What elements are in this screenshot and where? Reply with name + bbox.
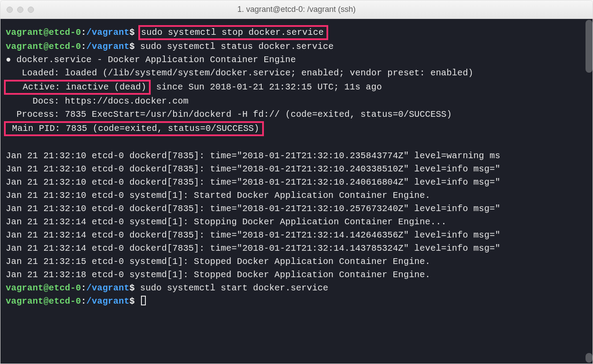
prompt-user-host: vagrant@etcd-0 bbox=[6, 27, 81, 37]
highlight-active: Active: inactive (dead) bbox=[4, 80, 151, 95]
prompt-sep: : bbox=[81, 283, 86, 293]
scrollbar[interactable] bbox=[586, 20, 593, 73]
log-line: Jan 21 21:32:14 etcd-0 systemd[1]: Stopp… bbox=[6, 217, 447, 227]
log-line: Jan 21 21:32:10 etcd-0 systemd[1]: Start… bbox=[6, 190, 430, 201]
log-line: Jan 21 21:32:14 etcd-0 dockerd[7835]: ti… bbox=[6, 243, 500, 253]
prompt-path: /vagrant bbox=[86, 41, 130, 52]
terminal-body[interactable]: vagrant@etcd-0:/vagrant$ sudo systemctl … bbox=[0, 19, 593, 364]
prompt-user-host: vagrant@etcd-0 bbox=[6, 296, 81, 306]
log-line: Jan 21 21:32:10 etcd-0 dockerd[7835]: ti… bbox=[6, 151, 500, 161]
terminal-window: 1. vagrant@etcd-0: /vagrant (ssh) vagran… bbox=[0, 0, 593, 364]
close-icon[interactable] bbox=[7, 7, 13, 13]
prompt-sep: : bbox=[81, 296, 86, 306]
maximize-icon[interactable] bbox=[28, 7, 34, 13]
cmd-status: sudo systemctl status docker.service bbox=[140, 41, 334, 52]
log-line: Jan 21 21:32:10 etcd-0 dockerd[7835]: ti… bbox=[6, 177, 500, 187]
terminal-output: vagrant@etcd-0:/vagrant$ sudo systemctl … bbox=[6, 25, 587, 308]
prompt-user-host: vagrant@etcd-0 bbox=[6, 283, 81, 293]
status-bullet-icon: ● bbox=[6, 53, 11, 67]
log-line: Jan 21 21:32:10 etcd-0 dockerd[7835]: ti… bbox=[6, 164, 500, 174]
status-docs: Docs: https://docs.docker.com bbox=[6, 96, 189, 106]
log-line: Jan 21 21:32:18 etcd-0 systemd[1]: Stopp… bbox=[6, 270, 430, 280]
status-loaded: Loaded: loaded (/lib/systemd/system/dock… bbox=[6, 68, 474, 78]
cursor-icon bbox=[141, 296, 146, 305]
prompt-path: /vagrant bbox=[86, 283, 130, 293]
cmd-stop: sudo systemctl stop docker.service bbox=[141, 27, 324, 37]
log-line: Jan 21 21:32:15 etcd-0 systemd[1]: Stopp… bbox=[6, 256, 430, 267]
prompt-path: /vagrant bbox=[86, 296, 130, 306]
prompt-sep: : bbox=[81, 27, 86, 37]
scrollbar-bottom[interactable] bbox=[586, 353, 593, 363]
status-header: docker.service - Docker Application Cont… bbox=[16, 55, 296, 65]
highlight-mainpid: Main PID: 7835 (code=exited, status=0/SU… bbox=[4, 121, 264, 136]
log-line: Jan 21 21:32:10 etcd-0 dockerd[7835]: ti… bbox=[6, 204, 500, 214]
prompt-sym: $ bbox=[130, 283, 135, 293]
traffic-lights bbox=[7, 7, 34, 13]
prompt-path: /vagrant bbox=[86, 27, 130, 37]
prompt-sym: $ bbox=[130, 27, 135, 37]
status-process: Process: 7835 ExecStart=/usr/bin/dockerd… bbox=[6, 109, 452, 119]
status-active-hl: Active: inactive (dead) bbox=[7, 82, 146, 92]
prompt-sym: $ bbox=[130, 41, 135, 52]
prompt-user-host: vagrant@etcd-0 bbox=[6, 41, 81, 52]
cmd-start: sudo systemctl start docker.service bbox=[140, 283, 328, 293]
prompt-sep: : bbox=[81, 41, 86, 52]
window-title: 1. vagrant@etcd-0: /vagrant (ssh) bbox=[0, 5, 593, 14]
prompt-sym: $ bbox=[130, 296, 135, 306]
status-active-rest: since Sun 2018-01-21 21:32:15 UTC; 11s a… bbox=[151, 82, 382, 92]
highlight-cmd-stop: sudo systemctl stop docker.service bbox=[138, 25, 328, 40]
minimize-icon[interactable] bbox=[17, 7, 23, 13]
log-line: Jan 21 21:32:14 etcd-0 dockerd[7835]: ti… bbox=[6, 230, 500, 240]
status-mainpid: Main PID: 7835 (code=exited, status=0/SU… bbox=[7, 123, 259, 134]
titlebar: 1. vagrant@etcd-0: /vagrant (ssh) bbox=[0, 0, 593, 19]
